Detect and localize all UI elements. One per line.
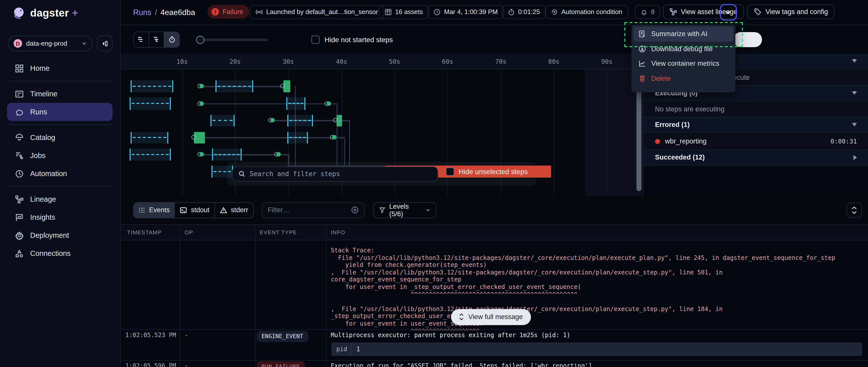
sidebar: dagster+ D data-eng-prod Home Timeline R… [0,0,121,367]
hide-unselected-checkbox[interactable] [446,167,454,175]
gantt-marker-dot [199,152,204,157]
event-type-badge: RUN_FAILURE [256,361,305,367]
gantt-waterfall-view-button[interactable] [149,32,164,47]
sidebar-divider [8,186,113,187]
event-metadata-table: pid 1 [331,342,862,356]
automation-condition-tag[interactable]: Automation condition [545,5,628,19]
errored-step-row[interactable]: wbr_reporting 0:00:31 [644,133,868,150]
expand-triangle-icon[interactable] [854,155,857,160]
chevron-down-icon [725,9,732,15]
deployment-name: data-eng-prod [26,40,78,47]
menu-item-delete[interactable]: Delete [633,71,733,86]
expand-vertical-icon [459,313,464,320]
column-header-info: INFO [331,229,345,235]
sidebar-item-automation[interactable]: Automation [0,165,121,182]
assets-count-tag[interactable]: 16 assets [378,5,429,19]
gantt-marker-dot [199,84,204,88]
gantt-step-not-started-bar[interactable] [286,97,305,110]
sidebar-item-timeline[interactable]: Timeline [0,85,121,103]
tab-stderr[interactable]: stderr [215,203,253,218]
row-divider [121,360,868,361]
gantt-marker-dot [326,101,331,106]
clear-filter-icon[interactable] [351,206,359,214]
tab-events[interactable]: Events [134,203,175,218]
axis-tick: 60s [442,58,453,65]
gantt-step-not-started-bar[interactable] [131,132,168,143]
gantt-zoom-slider-track[interactable] [198,39,268,41]
lineage-icon [15,195,24,203]
collapse-triangle-icon[interactable] [852,92,857,95]
hide-unselected-label: Hide unselected steps [459,167,528,175]
sidebar-divider [8,125,113,125]
gantt-flat-view-button[interactable] [134,32,149,47]
panel-section-errored[interactable]: Errored (1) [644,117,868,133]
levels-dropdown[interactable]: Levels (5/6) [373,202,436,218]
gantt-marker-dot [332,135,337,139]
gantt-connector [344,137,345,166]
gantt-step-not-started-bar[interactable] [216,80,253,92]
column-divider [255,225,255,367]
gantt-step-not-started-bar[interactable] [212,148,241,161]
column-header-op: OP [185,229,193,235]
collapse-sidebar-icon [101,40,108,47]
gantt-marker-dot [270,118,275,123]
gantt-step-not-started-bar[interactable] [287,114,313,126]
metadata-value: 1 [351,345,360,353]
automation-condition-label: Automation condition [561,8,622,15]
chevron-down-icon [82,41,87,46]
log-timestamp[interactable]: 1:02:05.523 PM [125,332,176,339]
sidebar-item-runs[interactable]: Runs [7,103,113,121]
view-full-message-button[interactable]: View full message [451,309,531,325]
panel-section-title: Succeeded (12) [655,154,854,161]
breadcrumb-runs-link[interactable]: Runs [133,8,151,17]
panel-section-succeeded[interactable]: Succeeded (12) [644,150,868,166]
gantt-step-not-started-bar[interactable] [129,97,170,110]
collapse-triangle-icon[interactable] [852,60,857,63]
tab-stdout[interactable]: stdout [175,203,215,218]
chevron-down-icon [851,211,857,214]
gantt-marker-ring [280,84,285,88]
gantt-zoom-slider-thumb[interactable] [196,35,205,44]
gantt-step-not-started-bar[interactable] [131,80,173,92]
gantt-gridline [554,69,554,196]
axis-tick: 10s [176,58,188,65]
sidebar-item-home[interactable]: Home [0,59,121,77]
sidebar-item-jobs[interactable]: Jobs [0,146,121,165]
sidebar-item-lineage[interactable]: Lineage [0,190,121,208]
connections-icon [15,249,24,258]
gantt-search-input[interactable]: Search and filter steps [232,166,438,181]
gantt-timed-view-button[interactable] [164,32,179,47]
chevron-down-icon [426,207,431,213]
gantt-time-axis: 10s 20s 30s 40s 50s 60s 70s 80s 90s [121,54,643,69]
sidebar-item-connections[interactable]: Connections [0,244,121,262]
gantt-step-not-started-bar[interactable] [211,114,235,126]
view-tags-config-button[interactable]: View tags and config [747,4,835,19]
collapse-triangle-icon[interactable] [852,123,857,127]
launched-by-tag[interactable]: Launched by default_aut…tion_sensor [250,5,384,19]
breadcrumb-run-id: 4eae6dba [160,8,195,17]
alerts-button[interactable]: 0 [635,5,660,19]
menu-item-container-metrics[interactable]: View container metrics [633,56,733,71]
log-timestamp[interactable]: 1:02:05.596 PM [125,362,176,367]
deployment-selector[interactable]: D data-eng-prod [8,36,92,51]
automation-icon [15,169,24,178]
hide-not-started-checkbox[interactable] [311,36,319,44]
log-table-header: TIMESTAMP OP EVENT TYPE INFO [121,225,868,240]
gantt-chart[interactable]: Search and filter steps Hide unselected … [121,69,643,196]
sidebar-item-label: Deployment [30,231,69,239]
sidebar-item-insights[interactable]: Insights [0,208,121,226]
gantt-step-not-started-bar[interactable] [287,132,308,143]
dagster-logo[interactable]: dagster+ [12,6,78,20]
sidebar-item-label: Insights [30,213,55,221]
sidebar-item-deployment[interactable]: Deployment [0,226,121,244]
gantt-marker-dot [199,101,204,106]
run-actions-menu-button[interactable] [719,4,737,20]
logs-filter-input[interactable]: Filter… [262,202,365,218]
gantt-step-not-started-bar[interactable] [129,148,170,161]
sidebar-item-catalog[interactable]: Catalog [0,128,121,146]
warning-icon [220,207,227,214]
scroll-jump-button[interactable] [846,203,862,218]
error-status-dot [655,139,660,144]
flat-view-icon [137,36,145,43]
sidebar-collapse-button[interactable] [97,36,113,51]
